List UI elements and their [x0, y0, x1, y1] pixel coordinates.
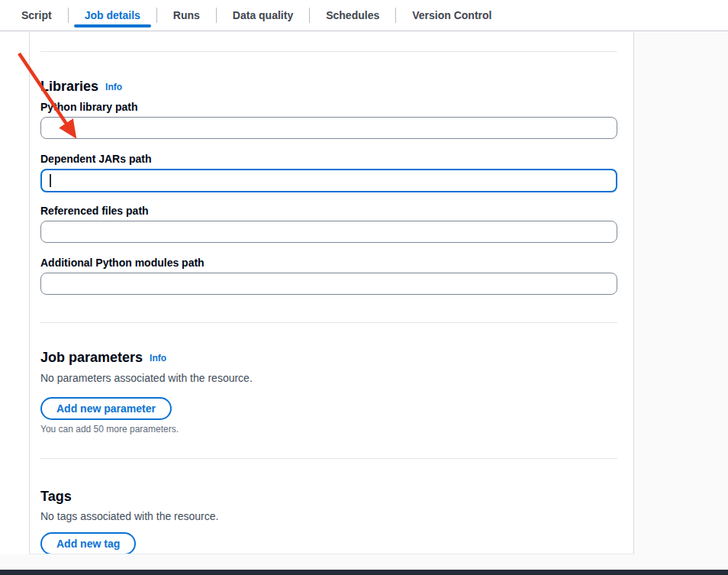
footer-bar — [0, 570, 728, 575]
tags-empty-message: No tags associated with the resource. — [40, 509, 617, 524]
additional-python-modules-path-input[interactable] — [40, 273, 617, 295]
tab-schedules[interactable]: Schedules — [310, 0, 395, 31]
parameters-limit-hint: You can add 50 more parameters. — [40, 423, 617, 435]
footer-strip — [0, 554, 728, 570]
section-divider — [40, 51, 617, 52]
tab-runs[interactable]: Runs — [157, 0, 216, 31]
right-gutter — [634, 32, 728, 570]
additional-python-modules-path-label: Additional Python modules path — [40, 255, 617, 270]
python-library-path-input[interactable] — [40, 117, 617, 139]
tab-job-details[interactable]: Job details — [69, 0, 156, 31]
dependent-jars-path-input[interactable] — [40, 169, 617, 192]
libraries-heading: LibrariesInfo — [40, 77, 617, 96]
libraries-section: LibrariesInfo Python library path Depend… — [40, 77, 617, 295]
tab-data-quality[interactable]: Data quality — [217, 0, 309, 31]
libraries-info-link[interactable]: Info — [105, 82, 122, 92]
job-parameters-heading: Job parametersInfo — [40, 348, 617, 367]
tags-section: Tags No tags associated with the resourc… — [40, 487, 617, 554]
job-parameters-section: Job parametersInfo No parameters associa… — [40, 348, 617, 435]
python-library-path-label: Python library path — [40, 99, 617, 115]
job-parameters-empty-message: No parameters associated with the resour… — [40, 370, 617, 386]
tags-heading: Tags — [40, 487, 617, 506]
dependent-jars-path-label: Dependent JARs path — [40, 151, 617, 166]
job-details-screen: Script Job details Runs Data quality Sch… — [0, 0, 728, 575]
job-parameters-info-link[interactable]: Info — [150, 353, 166, 363]
add-new-tag-button[interactable]: Add new tag — [40, 532, 136, 554]
referenced-files-path-label: Referenced files path — [40, 203, 617, 218]
referenced-files-path-input[interactable] — [40, 221, 617, 243]
add-new-parameter-button[interactable]: Add new parameter — [40, 397, 172, 420]
tab-bar: Script Job details Runs Data quality Sch… — [0, 0, 728, 31]
tab-script[interactable]: Script — [5, 0, 68, 31]
tab-version-control[interactable]: Version Control — [396, 0, 507, 31]
content-panel: LibrariesInfo Python library path Depend… — [29, 32, 634, 554]
section-divider — [40, 458, 617, 459]
section-divider — [40, 322, 617, 323]
